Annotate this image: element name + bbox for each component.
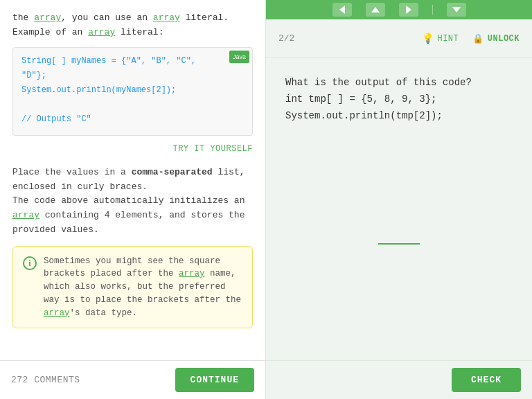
nav-down-button[interactable]	[447, 3, 466, 17]
description-text: Place the values in a comma-separated li…	[12, 166, 253, 238]
info-box: i Sometimes you might see the square bra…	[12, 246, 253, 329]
array-link-5[interactable]: array	[179, 269, 205, 278]
nav-up-button[interactable]	[366, 3, 385, 17]
up-arrow-icon	[371, 7, 380, 12]
bulb-icon: 💡	[422, 33, 434, 44]
header-actions: 💡 HINT 🔒 UNLOCK	[422, 33, 520, 44]
nav-divider	[432, 5, 433, 15]
code-line-3: System.out.println(myNames[2]);	[21, 84, 244, 97]
right-arrow-icon	[406, 6, 411, 14]
hint-button[interactable]: 💡 HINT	[422, 33, 459, 44]
unlock-label: UNLOCK	[488, 34, 520, 44]
try-it-yourself-link[interactable]: TRY IT YOURSELF	[12, 143, 253, 156]
code-line-5: // Outputs "C"	[21, 113, 244, 126]
array-link-6[interactable]: array	[44, 308, 70, 318]
array-link-3[interactable]: array	[88, 27, 115, 37]
code-line-4	[21, 98, 244, 112]
answer-line	[378, 243, 420, 245]
lock-icon: 🔒	[472, 33, 484, 44]
intro-paragraph: the array, you can use an array literal.…	[12, 11, 253, 40]
java-badge: Java	[229, 51, 249, 63]
info-icon: i	[23, 256, 37, 270]
array-link-2[interactable]: array	[153, 12, 180, 23]
left-panel: the array, you can use an array literal.…	[0, 0, 266, 399]
question-line-3: System.out.println(tmp[2]);	[285, 110, 443, 121]
nav-right-button[interactable]	[399, 3, 418, 17]
code-line-1: String[ ] myNames = {"A", "B", "C",	[21, 55, 244, 68]
right-panel: 2/2 💡 HINT 🔒 UNLOCK What is the output o…	[266, 0, 532, 399]
answer-area	[285, 143, 513, 344]
code-line-2: "D"};	[21, 69, 244, 82]
unlock-button[interactable]: 🔒 UNLOCK	[472, 33, 520, 44]
page-indicator: 2/2	[278, 33, 294, 44]
hint-label: HINT	[437, 34, 459, 44]
code-block: Java String[ ] myNames = {"A", "B", "C",…	[12, 47, 253, 136]
array-link-4[interactable]: array	[12, 210, 39, 220]
right-header: 2/2 💡 HINT 🔒 UNLOCK	[266, 19, 532, 58]
continue-button[interactable]: CONTINUE	[175, 368, 254, 392]
array-link-1[interactable]: array	[34, 12, 61, 23]
nav-left-button[interactable]	[332, 3, 352, 17]
down-arrow-icon	[452, 7, 461, 12]
check-button[interactable]: CHECK	[452, 368, 521, 392]
left-content: the array, you can use an array literal.…	[0, 0, 265, 360]
left-footer: 272 COMMENTS CONTINUE	[0, 360, 265, 399]
info-text: Sometimes you might see the square brack…	[44, 255, 242, 320]
left-arrow-icon	[339, 6, 345, 14]
top-arrow-bar	[266, 0, 532, 19]
question-text: What is the output of this code? int tmp…	[285, 75, 513, 124]
comments-count: 272 COMMENTS	[11, 375, 80, 385]
question-line-2: int tmp[ ] = {5, 8, 9, 3};	[285, 94, 436, 105]
right-footer: CHECK	[266, 360, 532, 399]
question-line-1: What is the output of this code?	[285, 77, 472, 88]
right-content: What is the output of this code? int tmp…	[266, 58, 532, 360]
